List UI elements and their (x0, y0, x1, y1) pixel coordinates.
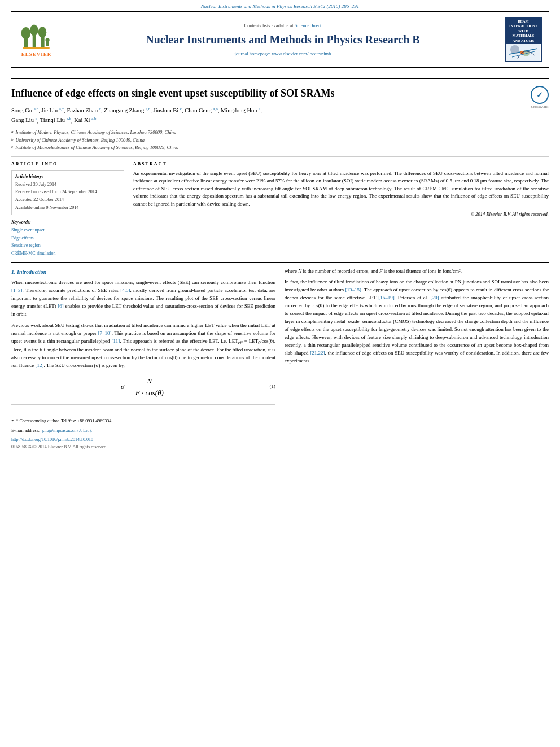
body-columns: 1. Introduction When microelectronic dev… (11, 268, 549, 451)
article-info-column: ARTICLE INFO Article history: Received 3… (11, 161, 124, 257)
elsevier-name-text: ELSEVIER (21, 51, 52, 57)
crossmark-label: CrossMark (531, 104, 549, 109)
affiliations-section: a Institute of Modern Physics, Chinese A… (11, 129, 549, 152)
right-para-1: where N is the number of recorded errors… (285, 268, 549, 276)
article-info-title: ARTICLE INFO (11, 161, 124, 167)
sciencedirect-line: Contents lists available at ScienceDirec… (244, 23, 322, 28)
intro-section-title: 1. Introduction (11, 268, 275, 277)
author-fazhan-zhao: Fazhan Zhao c (67, 107, 100, 113)
journal-ref-bar: Nuclear Instruments and Methods in Physi… (0, 0, 560, 11)
svg-rect-4 (41, 36, 44, 47)
body-left-col: 1. Introduction When microelectronic dev… (11, 268, 275, 451)
svg-point-5 (38, 27, 46, 38)
svg-point-1 (21, 27, 30, 40)
keyword-sensitive[interactable]: Sensitive region (11, 242, 124, 250)
header-center: Contents lists available at ScienceDirec… (68, 17, 498, 62)
affil-b: b University of Chinese Academy of Scien… (11, 137, 549, 145)
received-date: Received 30 July 2014 (15, 181, 120, 189)
author-zhangang-zhang: Zhangang Zhang a,b (104, 107, 150, 113)
ref-21-22[interactable]: [21,22] (310, 350, 325, 356)
svg-rect-8 (46, 42, 49, 46)
ref-1-3[interactable]: [1–3] (11, 287, 23, 293)
affil-c: c Institute of Microelectronics of Chine… (11, 144, 549, 152)
author-kai-xi: Kai Xi a,b (74, 117, 96, 123)
crossmark-badge[interactable]: ✓ CrossMark (531, 86, 549, 109)
copyright-line: © 2014 Elsevier B.V. All rights reserved… (133, 211, 549, 217)
author-jinshun-bi: Jinshun Bi c (154, 107, 182, 113)
journal-ref-text: Nuclear Instruments and Methods in Physi… (201, 3, 360, 9)
right-para-2: In fact, the influence of tilted irradia… (285, 278, 549, 365)
beam-middle-graphic (506, 44, 541, 61)
author-gang-liu: Gang Liu c (11, 117, 37, 123)
article-title: Influence of edge effects on single even… (11, 84, 549, 100)
ref-4-5[interactable]: [4,5] (120, 287, 130, 293)
email-link[interactable]: j.liu@impcas.ac.cn (J. Liu). (42, 427, 92, 434)
author-chao-geng: Chao Geng a,b (185, 107, 218, 113)
homepage-url[interactable]: www.elsevier.com/locate/nimb (272, 51, 331, 56)
top-divider (11, 78, 549, 79)
corresponding-author-note: * * Corresponding author. Tel./fax: +86 … (11, 418, 275, 426)
article-content: ✓ CrossMark Influence of edge effects on… (0, 68, 560, 456)
doi-link[interactable]: http://dx.doi.org/10.1016/j.nimb.2014.10… (11, 436, 275, 443)
body-right-col: where N is the number of recorded errors… (285, 268, 549, 451)
crossmark-icon: ✓ (531, 86, 549, 104)
keyword-seu[interactable]: Single event upset (11, 226, 124, 234)
keyword-edge[interactable]: Edge effects (11, 234, 124, 242)
ref-6[interactable]: [6] (58, 303, 64, 309)
header-section: ELSEVIER Contents lists available at Sci… (11, 11, 549, 68)
ref-13-15[interactable]: [13–15] (345, 287, 362, 292)
beam-interactions-box: BEAMINTERACTIONSWITHMATERIALSAND ATOMS (505, 17, 542, 62)
footer-section: * * Corresponding author. Tel./fax: +86 … (11, 404, 275, 451)
ref-20[interactable]: [20] (430, 295, 439, 300)
equation-block: σ = N F · cos(θ) (1) (11, 375, 275, 399)
equation-number: (1) (270, 383, 276, 391)
ref-11[interactable]: [11] (111, 338, 120, 344)
svg-rect-6 (23, 47, 49, 49)
header-right-logo: BEAMINTERACTIONSWITHMATERIALSAND ATOMS (504, 17, 543, 62)
keyword-creme[interactable]: CRÈME-MC simulation (11, 250, 124, 257)
journal-homepage: journal homepage: www.elsevier.com/locat… (235, 51, 331, 56)
article-info-box: Article history: Received 30 July 2014 R… (11, 170, 124, 215)
affil-a: a Institute of Modern Physics, Chinese A… (11, 129, 549, 137)
authors-line: Song Gu a,b, Jie Liu a,*, Fazhan Zhao c,… (11, 106, 549, 125)
contents-text: Contents lists available at (244, 23, 294, 28)
accepted-date: Accepted 22 October 2014 (15, 196, 120, 204)
title-area: ✓ CrossMark Influence of edge effects on… (11, 84, 549, 100)
author-jie-liu: Jie Liu a,* (41, 107, 64, 113)
beam-graphic-icon (506, 44, 540, 61)
author-tianqi-liu: Tianqi Liu a,b (40, 117, 71, 123)
abstract-divider (11, 262, 549, 263)
email-note: E-mail address: j.liu@impcas.ac.cn (J. L… (11, 427, 275, 434)
available-date: Available online 9 November 2014 (15, 204, 120, 212)
page-wrapper: Nuclear Instruments and Methods in Physi… (0, 0, 560, 456)
ref-12[interactable]: [12] (35, 362, 43, 368)
intro-para-2: Previous work about SEU testing shows th… (11, 322, 275, 370)
ref-16-19[interactable]: [16–19] (378, 295, 395, 300)
equation-formula: σ = N F · cos(θ) (121, 375, 166, 399)
revised-date: Received in revised form 24 September 20… (15, 188, 120, 196)
elsevier-tree-icon (20, 22, 54, 50)
abstract-text: An experimental investigation of the sin… (133, 170, 549, 208)
footer-divider (11, 413, 275, 413)
abstract-column: ABSTRACT An experimental investigation o… (133, 161, 549, 257)
history-label: Article history: (15, 174, 120, 179)
issn-text: 0168-583X/© 2014 Elsevier B.V. All right… (11, 444, 275, 451)
elsevier-logo: ELSEVIER (17, 17, 62, 62)
svg-rect-2 (32, 35, 35, 48)
svg-point-7 (45, 38, 49, 42)
author-song-gu: Song Gu a,b (11, 107, 38, 113)
beam-top-text: BEAMINTERACTIONSWITHMATERIALSAND ATOMS (506, 18, 541, 44)
author-mingdong-hou: Mingdong Hou a (221, 107, 260, 113)
abstract-title: ABSTRACT (133, 161, 549, 167)
svg-point-3 (30, 25, 38, 36)
ref-7-10[interactable]: [7–10] (98, 330, 112, 336)
affil-divider (11, 156, 549, 157)
sciencedirect-link[interactable]: ScienceDirect (295, 23, 322, 28)
keywords-label: Keywords: (11, 220, 124, 225)
info-abstract-columns: ARTICLE INFO Article history: Received 3… (11, 161, 549, 257)
intro-para-1: When microelectronic devices are used fo… (11, 279, 275, 318)
journal-title: Nuclear Instruments and Methods in Physi… (146, 33, 419, 46)
